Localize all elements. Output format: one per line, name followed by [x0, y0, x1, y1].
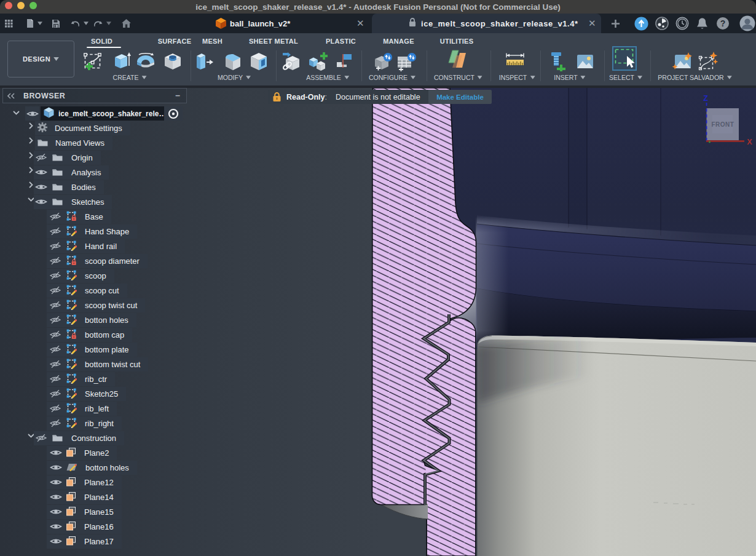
svg-text:?: ? [720, 18, 726, 28]
svg-text:Z: Z [703, 94, 708, 103]
svg-text:FRONT: FRONT [712, 121, 734, 128]
svg-text:X: X [747, 138, 752, 146]
